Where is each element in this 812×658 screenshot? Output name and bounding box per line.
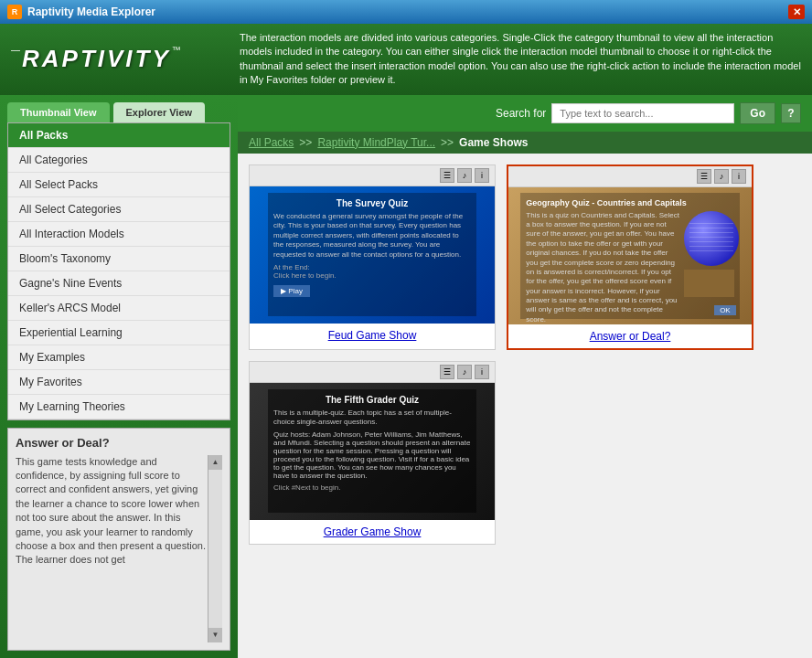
- toolbar-icon-sound2[interactable]: ♪: [714, 169, 729, 184]
- app-header: — RAPTIVITY ™ The interaction models are…: [0, 24, 812, 95]
- title-icon: R: [7, 5, 22, 19]
- breadcrumb-mindplay[interactable]: Raptivity MindPlay Tur...: [317, 136, 435, 149]
- nav-item-gagnes-nine-events[interactable]: Gagne's Nine Events: [8, 271, 230, 296]
- answer-deal-link[interactable]: Answer or Deal?: [508, 324, 752, 348]
- nav-item-all-interaction-models[interactable]: All Interaction Models: [8, 222, 230, 247]
- close-button[interactable]: ✕: [788, 5, 805, 19]
- info-content: This game tests knowledge and confidence…: [16, 455, 222, 642]
- explorer-view-tab[interactable]: Explorer View: [113, 102, 206, 122]
- feud-preview[interactable]: The Survey Quiz We conducted a general s…: [250, 186, 495, 324]
- nav-list: All PacksAll CategoriesAll Select PacksA…: [7, 122, 230, 420]
- toolbar-icon-info2[interactable]: i: [732, 169, 746, 184]
- toolbar-icon-list3[interactable]: ☰: [440, 365, 454, 379]
- nav-item-all-select-categories[interactable]: All Select Categories: [8, 197, 230, 222]
- toolbar-icon-info3[interactable]: i: [475, 365, 489, 379]
- info-text: This game tests knowledge and confidence…: [16, 456, 206, 566]
- search-label: Search for: [496, 107, 546, 120]
- item-toolbar-answer: ☰ ♪ i: [508, 166, 752, 187]
- toolbar-icon-sound3[interactable]: ♪: [457, 365, 472, 379]
- logo-area: — RAPTIVITY ™: [11, 45, 240, 73]
- view-tabs: Thumbnail View Explorer View: [0, 95, 238, 122]
- nav-item-blooms-taxonomy[interactable]: Bloom's Taxonomy: [8, 247, 230, 271]
- scroll-track: [208, 470, 222, 628]
- grid-item-grader: ☰ ♪ i The Fifth Grader Quiz This is a mu…: [249, 361, 496, 545]
- nav-item-all-select-packs[interactable]: All Select Packs: [8, 173, 230, 197]
- info-title: Answer or Deal?: [16, 436, 222, 450]
- breadcrumb-all-packs[interactable]: All Packs: [249, 136, 294, 149]
- thumbnail-view-tab[interactable]: Thumbnail View: [7, 102, 110, 122]
- titlebar: R Raptivity Media Explorer ✕: [0, 0, 812, 24]
- grader-preview[interactable]: The Fifth Grader Quiz This is a multiple…: [250, 383, 495, 520]
- breadcrumb-sep2: >>: [441, 136, 454, 149]
- toolbar-icon-list2[interactable]: ☰: [697, 169, 711, 184]
- nav-item-my-favorites[interactable]: My Favorites: [8, 370, 230, 395]
- scroll-down-button[interactable]: ▼: [208, 628, 222, 642]
- info-panel: Answer or Deal? This game tests knowledg…: [7, 428, 230, 651]
- toolbar-icon-sound[interactable]: ♪: [457, 168, 472, 183]
- nav-item-my-learning-theories[interactable]: My Learning Theories: [8, 395, 230, 419]
- grid-area: ☰ ♪ i The Survey Quiz We conducted a gen…: [238, 154, 812, 658]
- scroll-up-button[interactable]: ▲: [208, 455, 222, 470]
- breadcrumb-current: Game Shows: [459, 136, 528, 149]
- logo: — RAPTIVITY ™: [11, 45, 181, 73]
- grid-row-1: ☰ ♪ i The Survey Quiz We conducted a gen…: [249, 164, 801, 350]
- search-bar: Search for Go ?: [238, 95, 812, 132]
- help-button[interactable]: ?: [781, 103, 801, 123]
- nav-item-my-examples[interactable]: My Examples: [8, 345, 230, 370]
- breadcrumb-sep1: >>: [299, 136, 312, 149]
- grid-item-answer-deal: ☰ ♪ i Geography Quiz - Countries and Cap…: [507, 164, 753, 350]
- toolbar-icon-list[interactable]: ☰: [440, 168, 454, 183]
- logo-tm: ™: [172, 45, 181, 55]
- nav-item-all-packs[interactable]: All Packs: [8, 123, 230, 148]
- app-description: The interaction models are divided into …: [240, 31, 801, 88]
- item-toolbar-feud: ☰ ♪ i: [250, 165, 495, 186]
- grader-link[interactable]: Grader Game Show: [250, 520, 495, 544]
- search-go-button[interactable]: Go: [740, 102, 775, 124]
- nav-item-all-categories[interactable]: All Categories: [8, 148, 230, 173]
- feud-link[interactable]: Feud Game Show: [250, 324, 495, 347]
- answer-deal-preview[interactable]: Geography Quiz - Countries and Capitals …: [508, 187, 752, 324]
- grid-row-2: ☰ ♪ i The Fifth Grader Quiz This is a mu…: [249, 361, 801, 545]
- nav-item-experiential-learning[interactable]: Experiential Learning: [8, 321, 230, 345]
- toolbar-icon-info[interactable]: i: [475, 168, 489, 183]
- grid-item-feud: ☰ ♪ i The Survey Quiz We conducted a gen…: [249, 164, 496, 350]
- item-toolbar-grader: ☰ ♪ i: [250, 362, 495, 383]
- search-input[interactable]: [551, 103, 734, 123]
- logo-text: RAPTIVITY: [22, 45, 171, 73]
- breadcrumb: All Packs >> Raptivity MindPlay Tur... >…: [238, 132, 812, 154]
- nav-item-kellers-arcs-model[interactable]: Keller's ARCS Model: [8, 296, 230, 321]
- app-title: Raptivity Media Explorer: [27, 5, 155, 18]
